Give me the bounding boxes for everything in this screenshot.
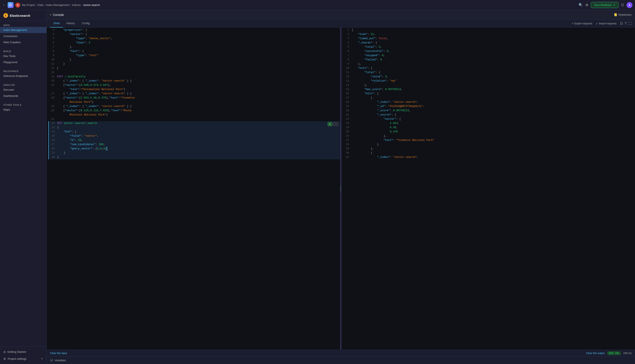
sidebar-item-getting-started[interactable]: ◎ Getting Started xyxy=(0,348,47,355)
tab-shell[interactable]: Shell xyxy=(50,20,63,28)
svg-point-1 xyxy=(10,5,11,6)
output-line-number-19: 19 xyxy=(343,104,352,108)
sidebar-item-web-crawlers[interactable]: Web Crawlers xyxy=(0,39,47,45)
clear-input-button[interactable]: Clear this input xyxy=(50,352,67,355)
line-content-9: "type": "text" xyxy=(57,54,340,58)
import-icon: ↙ xyxy=(596,22,598,25)
output-line-content-31: "_index": "vector-search", xyxy=(352,155,635,159)
output-line-number-25: 25 xyxy=(343,130,352,134)
relevance-section-title: Relevance xyxy=(0,69,47,73)
output-line-content-10: "hits": { xyxy=(352,66,635,70)
output-line-number-18: 18 xyxy=(343,100,352,104)
line-number-11: 11 xyxy=(48,62,57,66)
variables-bar[interactable]: ⟨/⟩ Variables xyxy=(47,356,635,364)
import-requests-button[interactable]: ↙ Import requests xyxy=(596,22,616,25)
clear-output-button[interactable]: Clear this output xyxy=(586,352,604,355)
output-line-content-4: "_shards": { xyxy=(352,41,635,45)
sidebar-item-project-settings[interactable]: ⚙ Project settings ▼ xyxy=(0,355,47,362)
collapse-icon[interactable]: ← xyxy=(3,3,6,7)
variables-icon: ⟨/⟩ xyxy=(50,359,53,362)
notebooks-button[interactable]: 📒 Notebooks xyxy=(614,13,631,16)
line-content-16b: "text":"Yellowstone National Park"} xyxy=(57,87,340,92)
line-content-11: } xyxy=(57,62,340,66)
chevron-down-icon: ▼ xyxy=(41,358,43,360)
sidebar-section-data: Data Index Management Connectors Web Cra… xyxy=(0,21,47,47)
other-tools-section-title: Other tools xyxy=(0,102,47,106)
output-line-number-27: 27 xyxy=(343,138,352,142)
breadcrumb-index-management[interactable]: Index Management xyxy=(46,4,69,6)
sidebar-item-index-management[interactable]: Index Management xyxy=(0,27,47,33)
breadcrumb-indices[interactable]: Indices xyxy=(72,4,81,6)
line-number-8: 8 xyxy=(48,49,57,54)
output-line-1: 1 { xyxy=(343,28,635,32)
sidebar-item-playground[interactable]: Playground xyxy=(0,59,47,65)
output-line-content-29: }, xyxy=(352,146,635,151)
run-button[interactable]: ▶ xyxy=(328,122,332,126)
output-line-number-10: 10 xyxy=(343,66,352,70)
code-line-7: 7 }, xyxy=(48,45,340,49)
sidebar-item-dev-tools[interactable]: Dev Tools xyxy=(0,53,47,59)
tab-history[interactable]: History xyxy=(63,20,78,28)
settings-icon[interactable]: ⚙ xyxy=(585,3,588,7)
breadcrumb-project[interactable]: My Project xyxy=(22,4,35,6)
data-section-title: Data xyxy=(0,23,47,27)
apps-icon[interactable]: ☷ xyxy=(621,3,624,7)
output-line-content-2: "took": 21, xyxy=(352,32,635,36)
breadcrumb-sep-4: / xyxy=(82,4,82,6)
console-collapse-icon[interactable]: ▾ xyxy=(50,13,51,16)
line-number-20: 20 xyxy=(48,108,57,113)
line-content-3: "properties": { xyxy=(57,28,340,32)
line-content-16: {"vector":[9.048,9.573,3.047], xyxy=(57,83,340,87)
notebooks-label: Notebooks xyxy=(618,13,631,16)
code-line-10: 10 } xyxy=(48,58,340,62)
output-line-content-30: { xyxy=(352,151,635,155)
output-line-content-25: 0.476 xyxy=(352,130,635,134)
search-icon[interactable]: 🔍 xyxy=(579,3,583,7)
avatar[interactable]: A xyxy=(626,2,632,8)
output-line-number-13: 13 xyxy=(343,79,352,83)
output-line-number-2: 2 xyxy=(343,32,352,36)
output-line-31: 31 "_index": "vector-search", xyxy=(343,155,635,159)
sidebar-item-inference-endpoints[interactable]: Inference Endpoints xyxy=(0,73,47,79)
code-line-24: 24 "knn": { xyxy=(49,130,340,134)
line-content-12: } xyxy=(57,66,340,70)
output-line-number-12: 12 xyxy=(343,74,352,79)
editor-area: 3 "properties": { 4 "vector": { 5 xyxy=(47,28,635,350)
app-logo xyxy=(8,2,14,8)
line-number-3: 3 xyxy=(48,28,57,32)
output-line-content-26: ], xyxy=(352,134,635,138)
sidebar-item-dashboards[interactable]: Dashboards xyxy=(0,93,47,99)
editor-panel[interactable]: 3 "properties": { 4 "vector": { 5 xyxy=(47,28,340,350)
sidebar-item-maps[interactable]: Maps xyxy=(0,106,47,113)
line-number-10: 10 xyxy=(48,58,57,62)
line-content-27: "num_candidates": 100, xyxy=(57,142,340,146)
grid-icon[interactable]: ☷ xyxy=(620,22,623,26)
sidebar-item-connectors[interactable]: Connectors xyxy=(0,33,47,39)
request-settings-button[interactable]: ⋮ xyxy=(333,122,339,126)
tab-config[interactable]: Config xyxy=(78,20,93,28)
output-line-number-23: 23 xyxy=(343,121,352,126)
output-line-content-21: "_source": { xyxy=(352,113,635,117)
breadcrumb: My Project / Data / Index Management / I… xyxy=(22,4,100,6)
line-content-28: "query_vector": [2,6,0] xyxy=(57,146,340,151)
output-line-content-15: "max_score": 0.99749213, xyxy=(352,87,635,92)
breadcrumb-data[interactable]: Data xyxy=(38,4,43,6)
line-number-24: 24 xyxy=(49,130,57,134)
line-content-26: "k": 10, xyxy=(57,138,340,142)
sidebar-item-discover[interactable]: Discover xyxy=(0,87,47,93)
code-line-5: 5 "type": "dense_vector", xyxy=(48,36,340,41)
expand-icon[interactable]: ⛶ xyxy=(628,22,631,26)
output-line-number-26: 26 xyxy=(343,134,352,138)
output-line-number-11: 11 xyxy=(343,70,352,74)
output-line-23: 23 2.654, xyxy=(343,121,635,126)
help-icon[interactable]: ? xyxy=(624,22,626,26)
line-content-10: } xyxy=(57,58,340,62)
sidebar-section-analyze: Analyze Discover Dashboards xyxy=(0,81,47,101)
tabs-bar: Shell History Config ↗ Export requests ↙… xyxy=(47,20,635,28)
output-line-content-22: "vector": [ xyxy=(352,117,635,121)
line-number-28: 28 xyxy=(49,146,57,151)
export-requests-button[interactable]: ↗ Export requests xyxy=(571,22,592,25)
give-feedback-button[interactable]: Give feedback ↗ xyxy=(591,2,618,8)
breadcrumb-sep-2: / xyxy=(44,4,45,6)
line-number-22: 22 xyxy=(49,121,57,126)
